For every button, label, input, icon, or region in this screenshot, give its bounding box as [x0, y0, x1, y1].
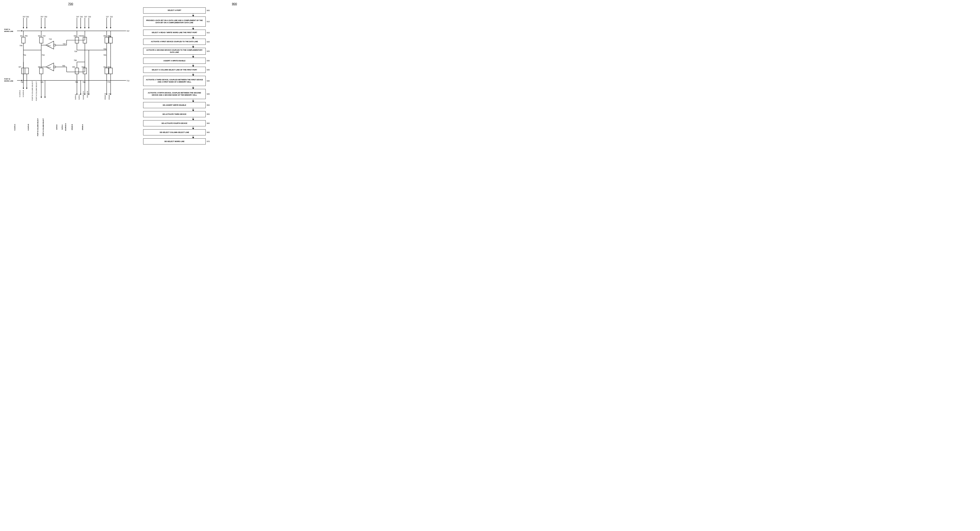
- svg-text:M3: M3: [74, 35, 76, 37]
- flow-arrow-960: [162, 126, 224, 129]
- flow-row-920: ACTIVATE A FIRST DEVICE COUPLED TO THE D…: [143, 39, 243, 45]
- flow-box-965: DE-SELECT COLUMN SELECT LINE: [143, 129, 206, 136]
- flow-row-940: ACTIVATE A THIRD DEVICE, COUPLED BETWEEN…: [143, 76, 243, 86]
- svg-text:765: 765: [103, 54, 106, 56]
- svg-marker-35: [106, 27, 107, 29]
- flow-box-950: DE-ASSERT WRITE ENABLE: [143, 102, 206, 108]
- arrow-line: [193, 99, 193, 100]
- svg-text:745: 745: [41, 81, 43, 83]
- flow-box-920: ACTIVATE A FIRST DEVICE COUPLED TO THE D…: [143, 39, 206, 45]
- svg-text:760: 760: [83, 81, 86, 83]
- flow-box-925: ACTIVATE A SECOND DEVICE COUPLED TO THE …: [143, 48, 206, 55]
- arrow-line: [193, 126, 193, 128]
- flow-ref-950: 950: [207, 104, 210, 106]
- flow-ref-945: 945: [207, 93, 210, 95]
- svg-rect-73: [105, 37, 108, 43]
- arrow-line: [193, 136, 193, 137]
- svg-text:M4: M4: [82, 35, 84, 37]
- svg-marker-7: [21, 80, 23, 81]
- svg-text:727: 727: [106, 16, 109, 18]
- flow-ref-920: 920: [207, 41, 210, 43]
- svg-rect-101: [40, 68, 43, 74]
- svg-text:PORT A COLUMN SELECT: PORT A COLUMN SELECT: [35, 81, 37, 101]
- svg-text:737: 737: [84, 16, 87, 18]
- svg-text:PORT A: PORT A: [4, 29, 10, 30]
- arrow-head: [192, 15, 194, 16]
- arrow-line: [193, 55, 193, 56]
- svg-rect-121: [109, 68, 113, 74]
- flow-row-955: DE-ACTIVATE THIRD DEVICE 955: [143, 111, 243, 117]
- flow-arrow-930: [162, 64, 224, 67]
- svg-point-87: [54, 66, 56, 68]
- flow-ref-965: 965: [207, 131, 210, 133]
- svg-marker-25: [76, 27, 78, 29]
- flowchart-container: SELECT A PORT 905 PROVIDE A DATA BIT ON …: [143, 8, 243, 144]
- svg-text:M2: M2: [38, 35, 41, 37]
- arrow-line: [193, 45, 193, 46]
- flow-box-935: SELECT A COLUMN SELECT LINE OF THE FIRST…: [143, 67, 206, 73]
- arrow-line: [193, 64, 193, 65]
- svg-text:747: 747: [76, 16, 79, 18]
- svg-text:712: 712: [126, 80, 129, 82]
- flow-arrow-905: [162, 14, 224, 16]
- flow-row-950: DE-ASSERT WRITE ENABLE 950: [143, 102, 243, 108]
- flow-ref-960: 960: [207, 122, 210, 124]
- arrow-head: [192, 88, 194, 89]
- flow-arrow-965: [162, 136, 224, 139]
- svg-text:M1: M1: [20, 35, 22, 37]
- svg-text:732: 732: [88, 16, 91, 18]
- flow-ref-955: 955: [207, 113, 210, 115]
- svg-text:753: 753: [41, 54, 45, 56]
- arrow-line: [193, 27, 193, 28]
- svg-text:M8: M8: [38, 66, 41, 68]
- flowchart-area: 900 SELECT A PORT 905 PROVIDE A DATA BIT…: [139, 2, 243, 144]
- arrow-head: [192, 28, 194, 30]
- flow-box-910: PROVIDE A DATA BIT ON A DATA LINE AND A …: [143, 16, 206, 27]
- svg-text:722: 722: [110, 16, 113, 18]
- svg-marker-148: [84, 94, 86, 95]
- svg-marker-142: [76, 94, 78, 95]
- svg-rect-78: [109, 37, 113, 43]
- arrow-line: [193, 117, 193, 119]
- arrow-head: [192, 56, 194, 58]
- circuit-title: 700: [2, 2, 139, 5]
- flow-ref-915: 915: [207, 32, 210, 34]
- svg-marker-11: [23, 27, 24, 29]
- flow-ref-930: 930: [207, 60, 210, 62]
- svg-text:707: 707: [126, 30, 129, 32]
- flow-row-935: SELECT A COLUMN SELECT LINE OF THE FIRST…: [143, 67, 243, 73]
- svg-text:750: 750: [62, 65, 65, 67]
- svg-text:INV2: INV2: [47, 67, 51, 69]
- svg-rect-106: [75, 68, 79, 74]
- flow-row-925: ACTIVATE A SECOND DEVICE COUPLED TO THE …: [143, 48, 243, 55]
- arrow-line: [193, 108, 193, 110]
- svg-text:PORT B: PORT B: [4, 78, 10, 80]
- flowchart-title: 900: [143, 2, 243, 5]
- flow-arrow-925: [162, 55, 224, 58]
- svg-marker-130: [23, 88, 24, 89]
- flow-row-945: ACTIVATE A FORTH DEVICE, COUPLED BETWEEN…: [143, 89, 243, 99]
- flow-ref-905: 905: [207, 10, 210, 11]
- flow-box-930: ASSERT A WRITE ENABLE: [143, 58, 206, 64]
- svg-text:756: 756: [74, 59, 77, 61]
- arrow-line: [193, 86, 193, 88]
- flow-row-965: DE-SELECT COLUMN SELECT LINE 965: [143, 129, 243, 136]
- arrow-line: [193, 36, 193, 37]
- flow-ref-925: 925: [207, 50, 210, 52]
- svg-rect-43: [22, 37, 25, 43]
- svg-marker-133: [26, 88, 27, 89]
- flow-box-960: DE-ACTIVATE FOURTH DEVICE: [143, 120, 206, 126]
- svg-text:742: 742: [80, 16, 83, 18]
- svg-text:N DATA B: N DATA B: [22, 90, 24, 97]
- svg-text:725: 725: [78, 35, 81, 37]
- svg-text:PORT B COLUMN SELECT: PORT B COLUMN SELECT: [32, 81, 33, 100]
- arrow-head: [192, 65, 194, 67]
- svg-marker-151: [106, 94, 107, 95]
- svg-text:M9: M9: [72, 66, 75, 68]
- arrow-head: [192, 100, 194, 102]
- arrow-head: [192, 75, 194, 76]
- svg-rect-117: [105, 68, 108, 74]
- flow-arrow-955: [162, 117, 224, 120]
- svg-text:M6: M6: [108, 35, 110, 37]
- svg-marker-13: [26, 27, 27, 29]
